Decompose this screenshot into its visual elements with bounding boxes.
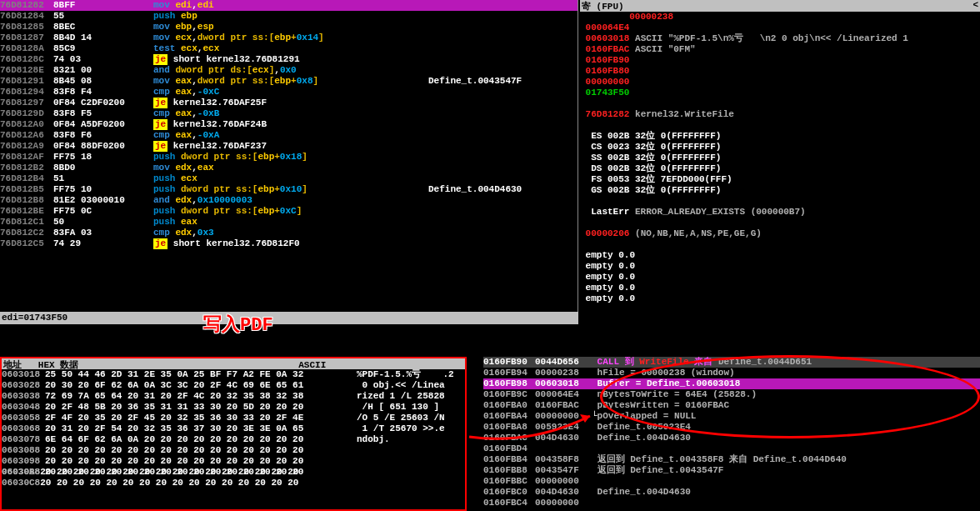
disasm-row[interactable]: 76D812828BFFmov edi,edi [0,0,578,11]
stack-row[interactable]: 0160FBA00160FBAC pBytesWritten = 0160FBA… [483,400,980,411]
dump-row[interactable]: 06030B820 20 20 20 20 20 20 20 20 20 20 … [2,467,387,478]
registers-title: 寄 (FPU)< [580,0,980,12]
stack-row[interactable]: 0160FBAC004D4630 Define_t.004D4630 [483,433,980,443]
disasm-row[interactable]: 76D812918B45 08mov eax,dword ptr ss:[ebp… [0,76,578,87]
disasm-row[interactable]: 76D812C150push eax [0,217,578,228]
stack-pane[interactable]: 0160FB900044D656 CALL 到 WriteFile 来自 Def… [483,357,980,511]
stack-row[interactable]: 0160FB9400000238 hFile = 00000238 (windo… [483,368,980,378]
register-row [580,218,980,228]
disasm-row[interactable]: 76D8128C74 03je short kernel32.76D81291 [0,54,578,65]
registers-pane[interactable]: 寄 (FPU)< 00000238 000064E4 00603018 ASCI… [580,0,980,354]
disasm-row[interactable]: 76D812970F84 C2DF0200je kernel32.76DAF25… [0,98,578,108]
annotation-label: 写入PDF [203,312,273,337]
stack-row[interactable]: 0160FBD4 [483,443,980,454]
disasm-row[interactable]: 76D8128E8321 00and dword ptr ds:[ecx],0x… [0,65,578,76]
dump-row[interactable]: 060301825 50 44 46 2D 31 2E 35 0A 25 BF … [2,369,465,380]
disasm-row[interactable]: 76D812C574 29je short kernel32.76D812F0 [0,238,578,249]
register-row: GS 002B 32位 0(FFFFFFFF) [580,185,980,196]
register-row: 0160FB90 [580,55,980,66]
register-row: DS 002B 32位 0(FFFFFFFF) [580,163,980,174]
dump-row[interactable]: 06030C820 20 20 20 20 20 20 20 20 20 20 … [2,478,387,488]
dump-header: 地址 HEX 数据 ASCII [2,358,465,369]
disasm-row[interactable]: 76D812878B4D 14mov ecx,dword ptr ss:[ebp… [0,33,578,43]
disassembly-pane[interactable]: 76D812828BFFmov edi,edi76D8128455push eb… [0,0,578,312]
dump-row[interactable]: 06030786E 64 6F 62 6A 0A 20 20 20 20 20 … [2,434,465,445]
register-row: 00603018 ASCII "%PDF-1.5\n%亏 \n2 0 obj\n… [580,33,980,44]
register-row: ES 002B 32位 0(FFFFFFFF) [580,131,980,142]
stack-row[interactable]: 0160FBC400000000 [483,498,980,508]
disasm-row[interactable]: 76D812AFFF75 18push dword ptr ss:[ebp+0x… [0,152,578,163]
register-row: LastErr ERROR_ALREADY_EXISTS (000000B7) [580,207,980,218]
disasm-row[interactable]: 76D8128455push ebp [0,11,578,22]
register-row: empty 0.0 [580,261,980,272]
register-row: CS 0023 32位 0(FFFFFFFF) [580,142,980,153]
stack-row[interactable]: 0160FBB4004358F8 返回到 Define_t.004358F8 来… [483,454,980,465]
register-row: empty 0.0 [580,283,980,293]
disasm-row[interactable]: 76D812A00F84 A5DF0200je kernel32.76DAF24… [0,119,578,130]
stack-row[interactable]: 0160FBA8005923E4 Define_t.005923E4 [483,422,980,433]
stack-row[interactable]: 0160FB900044D656 CALL 到 WriteFile 来自 Def… [483,357,980,368]
disasm-row[interactable]: 76D812B451push ecx [0,173,578,184]
disasm-row[interactable]: 76D8128A85C9test ecx,ecx [0,43,578,54]
dump-row[interactable]: 060308820 20 20 20 20 20 20 20 20 20 20 … [2,445,465,456]
disasm-row[interactable]: 76D8129483F8 F4cmp eax,-0xC [0,87,578,98]
dump-row[interactable]: 060303872 69 7A 65 64 20 31 20 2F 4C 20 … [2,391,465,402]
register-row: empty 0.0 [580,293,980,304]
register-row: 0160FB80 [580,66,980,77]
register-row [580,239,980,250]
disasm-row[interactable]: 76D812B881E2 03000010and edx,0x10000003 [0,195,578,206]
register-row: empty 0.0 [580,272,980,283]
register-row [580,196,980,207]
register-row: empty 0.0 [580,250,980,261]
status-bar: edi=01743F50 [0,312,578,324]
dump-row[interactable]: 060302820 30 20 6F 62 6A 0A 3C 3C 20 2F … [2,380,465,391]
register-row: SS 002B 32位 0(FFFFFFFF) [580,153,980,163]
disasm-row[interactable]: 76D812858BECmov ebp,esp [0,22,578,33]
register-row: 00000000 [580,77,980,88]
register-row: 0160FBAC ASCII "0FM" [580,44,980,55]
disasm-row[interactable]: 76D812BEFF75 0Cpush dword ptr ss:[ebp+0x… [0,206,578,217]
stack-row[interactable]: 0160FBC0004D4630 Define_t.004D4630 [483,487,980,498]
disasm-row[interactable]: 76D812A683F8 F6cmp eax,-0xA [0,130,578,141]
dump-row[interactable]: 060304820 2F 48 5B 20 36 35 31 31 33 30 … [2,402,465,413]
register-row [580,98,980,109]
dump-row[interactable]: 06030582F 4F 20 35 20 2F 45 20 32 35 36 … [2,413,465,423]
stack-row[interactable]: 0160FBA400000000└pOverlapped = NULL [483,411,980,422]
register-row: 76D81282 kernel32.WriteFile [580,109,980,120]
register-row: 00000238 [580,12,980,23]
stack-row[interactable]: 0160FBBC00000000 [483,476,980,487]
disasm-row[interactable]: 76D8129D83F8 F5cmp eax,-0xB [0,108,578,119]
register-row [580,120,980,131]
disasm-row[interactable]: 76D812C283FA 03cmp edx,0x3 [0,228,578,238]
stack-row[interactable]: 0160FBB80043547F 返回到 Define_t.0043547F [483,465,980,476]
register-row: 00000206 (NO,NB,NE,A,NS,PE,GE,G) [580,228,980,239]
stack-row[interactable]: 0160FB9800603018 Buffer = Define_t.00603… [483,378,980,389]
disasm-row[interactable]: 76D812B28BD0mov edx,eax [0,163,578,173]
register-row: 000064E4 [580,23,980,33]
stack-row[interactable]: 0160FB9C000064E4 nBytesToWrite = 64E4 (2… [483,389,980,400]
register-row: 01743F50 [580,88,980,98]
dump-row[interactable]: 060309820 20 20 20 20 20 20 20 20 20 20 … [2,456,465,467]
disasm-row[interactable]: 76D812B5FF75 10push dword ptr ss:[ebp+0x… [0,184,578,195]
dump-row[interactable]: 060306820 31 20 2F 54 20 32 35 36 37 30 … [2,423,465,434]
disasm-row[interactable]: 76D812A90F84 88DF0200je kernel32.76DAF23… [0,141,578,152]
register-row: FS 0053 32位 7EFDD000(FFF) [580,174,980,185]
